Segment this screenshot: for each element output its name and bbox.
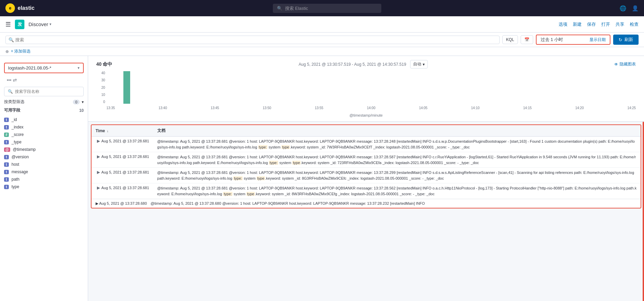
expand-button[interactable]: ▶	[96, 185, 101, 190]
expand-cell: ▶Aug 5, 2021 @ 13:37:28.681	[92, 168, 153, 183]
field-type-badge: t	[4, 177, 9, 182]
user-icon[interactable]: 👤	[632, 5, 639, 12]
expand-button[interactable]: ▶	[96, 154, 101, 159]
globe-icon[interactable]: 🌐	[620, 5, 626, 12]
time-range-selector[interactable]: 过去 1 小时 显示日期	[536, 35, 610, 45]
inspect-action[interactable]: 检查	[630, 21, 639, 27]
doc-cell: @timestamp: Aug 5, 2021 @ 13:37:28.681 @…	[153, 183, 641, 199]
refresh-button[interactable]: ↻ 刷新	[613, 35, 639, 45]
search-input-area[interactable]: 🔍	[5, 36, 500, 44]
doc-column-header[interactable]: 文档	[153, 125, 641, 137]
x-axis-label: 14:10	[471, 106, 480, 110]
x-axis-label: 14:15	[523, 106, 532, 110]
results-table-wrapper: Time ↓ 文档 ▶Aug 5, 2021 @ 13:37:28.681@ti…	[88, 122, 644, 301]
type-highlight: type:	[258, 145, 268, 149]
add-filter-bar: ⊕ + 添加筛选	[0, 47, 644, 56]
field-name: _id	[12, 117, 17, 122]
time-range-text: 过去 1 小时	[541, 37, 563, 43]
sidebar-field-item[interactable]: @@timestamp	[0, 146, 88, 153]
sidebar-field-item[interactable]: tpath	[0, 176, 88, 183]
share-action[interactable]: 共享	[616, 21, 624, 27]
expand-button[interactable]: ▶	[96, 170, 101, 175]
chart-x-axis: 13:3513:4013:4513:5013:5514:0014:0514:10…	[106, 104, 636, 112]
field-search-input[interactable]	[15, 89, 80, 94]
kql-button[interactable]: KQL	[502, 35, 518, 44]
sidebar-arrows-icon[interactable]: ⇄	[13, 77, 17, 83]
time-sort-icon: ↓	[107, 129, 108, 133]
expand-cell: ▶Aug 5, 2021 @ 13:37:28.681	[92, 137, 153, 152]
app-icon[interactable]: 发	[15, 20, 24, 29]
x-axis-label: 14:05	[419, 106, 427, 110]
field-name: @version	[12, 155, 29, 159]
add-filter-button[interactable]: + 添加筛选	[11, 48, 31, 54]
sidebar-field-item[interactable]: ttype	[0, 183, 88, 190]
results-table-body: ▶Aug 5, 2021 @ 13:37:28.681@timestamp: A…	[92, 137, 641, 199]
sidebar-field-item[interactable]: tmessage	[0, 168, 88, 176]
sidebar: logstash-2021.08.05-* ▾ ••• ⇄ 🔍 按类型筛选 0 …	[0, 56, 88, 301]
table-row: ▶Aug 5, 2021 @ 13:37:28.681@timestamp: A…	[92, 137, 641, 152]
elastic-logo-icon: e	[5, 3, 15, 13]
results-table-head: Time ↓ 文档	[92, 125, 641, 137]
sidebar-field-item[interactable]: t_id	[0, 116, 88, 123]
refresh-label: 刷新	[624, 37, 633, 43]
chart-area: 40 命中 Aug 5, 2021 @ 13:30:57.519 - Aug 5…	[88, 56, 644, 122]
chart-bars	[106, 71, 636, 104]
save-action[interactable]: 保存	[587, 21, 596, 27]
new-action[interactable]: 新建	[573, 21, 582, 27]
field-type-badge: #	[4, 133, 9, 137]
sidebar-field-item[interactable]: thost	[0, 161, 88, 168]
field-name: message	[12, 169, 28, 174]
options-action[interactable]: 选项	[559, 21, 567, 27]
auto-chevron-icon: ▾	[423, 62, 425, 67]
auto-interval-button[interactable]: 自动 ▾	[410, 60, 428, 68]
field-type-badge: t	[4, 170, 9, 174]
calendar-button[interactable]: 📅	[521, 35, 533, 44]
hide-chart-button[interactable]: 👁 隐藏图表	[614, 61, 636, 67]
results-border-box: Time ↓ 文档 ▶Aug 5, 2021 @ 13:37:28.681@ti…	[91, 124, 641, 208]
field-search-area[interactable]: 🔍	[4, 87, 84, 96]
filter-type-row[interactable]: 按类型筛选 0 ▾	[4, 99, 84, 105]
y-label-30: 30	[101, 78, 105, 82]
sidebar-dots-icon[interactable]: •••	[7, 78, 12, 83]
type-highlight: type:	[223, 192, 233, 196]
field-type-badge: @	[4, 147, 10, 152]
discover-nav-title[interactable]: Discover ▾	[28, 21, 52, 27]
sidebar-field-item[interactable]: #_score	[0, 131, 88, 138]
field-type-badge: t	[4, 185, 9, 189]
global-search-bar[interactable]: 🔍	[273, 4, 381, 13]
filter-search-icon: 🔍	[8, 37, 14, 42]
field-type-badge: t	[4, 162, 9, 167]
expand-button[interactable]: ▶	[96, 139, 101, 143]
sidebar-field-item[interactable]: t@version	[0, 153, 88, 161]
field-name: type	[12, 184, 19, 189]
index-pattern-selector[interactable]: logstash-2021.08.05-* ▾	[4, 63, 84, 73]
hamburger-menu-button[interactable]: ☰	[5, 21, 11, 28]
main-layout: logstash-2021.08.05-* ▾ ••• ⇄ 🔍 按类型筛选 0 …	[0, 56, 644, 301]
time-column-header[interactable]: Time ↓	[92, 125, 153, 137]
show-date-button[interactable]: 显示日期	[589, 37, 606, 43]
sidebar-extra-controls: ••• ⇄	[0, 76, 88, 84]
x-axis-label: 13:35	[106, 106, 115, 110]
filter-icon: ⊕	[5, 49, 9, 54]
sidebar-field-item[interactable]: t_index	[0, 123, 88, 131]
date-range-text: Aug 5, 2021 @ 13:30:57.519 - Aug 5, 2021…	[299, 62, 406, 67]
doc-cell: @timestamp: Aug 5, 2021 @ 13:37:28.681 @…	[153, 152, 641, 168]
partial-doc: @timestamp: Aug 5, 2021 @ 13:37:28.680 @…	[150, 201, 425, 205]
x-axis-label: 13:55	[315, 106, 323, 110]
x-axis-label: 13:50	[263, 106, 271, 110]
table-row: ▶Aug 5, 2021 @ 13:37:28.681@timestamp: A…	[92, 183, 641, 199]
chart-bar	[123, 71, 130, 104]
nav-title-chevron-icon: ▾	[49, 22, 52, 26]
results-table: Time ↓ 文档 ▶Aug 5, 2021 @ 13:37:28.681@ti…	[92, 125, 641, 199]
global-search-input[interactable]	[285, 6, 377, 11]
row-time: Aug 5, 2021 @ 13:37:28.681	[101, 186, 149, 190]
search-filter-input[interactable]	[15, 37, 497, 42]
y-label-10: 10	[101, 93, 105, 97]
expand-cell: ▶Aug 5, 2021 @ 13:37:28.681	[92, 152, 153, 168]
open-action[interactable]: 打开	[601, 21, 610, 27]
red-scrollbar	[643, 122, 644, 301]
sidebar-field-item[interactable]: t_type	[0, 138, 88, 146]
field-search-icon: 🔍	[8, 89, 13, 94]
elastic-logo[interactable]: e elastic	[5, 3, 35, 13]
chart-header: 40 命中 Aug 5, 2021 @ 13:30:57.519 - Aug 5…	[96, 60, 636, 68]
